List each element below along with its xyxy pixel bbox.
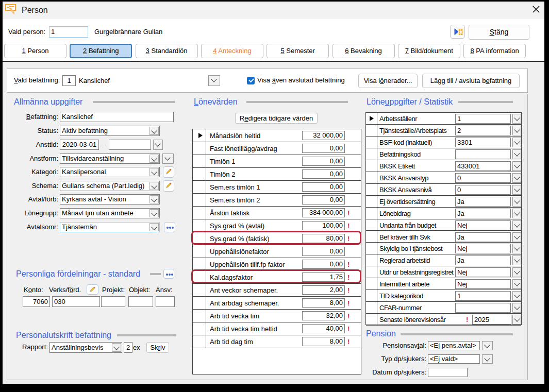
field-combo-7[interactable]: Månavl tjm utan ämbete xyxy=(60,208,160,218)
ansttid-to-input[interactable] xyxy=(109,140,151,150)
stats-row-value[interactable]: 0 xyxy=(455,173,511,183)
stats-row-value[interactable]: Nej xyxy=(455,279,511,289)
stats-row-dropdown[interactable] xyxy=(512,161,521,171)
salary-row-value[interactable]: 0,00 xyxy=(302,157,345,166)
dist-input-1[interactable]: 030 xyxy=(52,296,100,307)
run-report-button[interactable] xyxy=(450,25,465,39)
dist-input-3[interactable] xyxy=(128,296,153,307)
stats-row-dropdown[interactable] xyxy=(512,315,521,325)
personliga-dots-button[interactable] xyxy=(163,269,174,279)
stats-row-value[interactable]: 2025 xyxy=(472,315,511,325)
stats-row-dropdown[interactable] xyxy=(512,149,521,159)
pension-value-0[interactable]: <Ej pens.avtal> xyxy=(428,341,480,350)
befattning-number-input[interactable]: 1 xyxy=(62,75,76,86)
stats-row-value[interactable] xyxy=(455,303,511,313)
skriv-button[interactable]: Skriv xyxy=(146,342,169,353)
pencil-button-5[interactable] xyxy=(163,180,174,192)
field-combo-8[interactable]: Tjänstemän xyxy=(60,222,160,232)
stats-row-value[interactable]: Ja xyxy=(455,209,511,218)
stats-row-value[interactable]: Ja xyxy=(455,232,511,242)
stats-row-dropdown[interactable] xyxy=(512,197,521,207)
stats-row-dropdown[interactable] xyxy=(512,255,521,265)
copies-input[interactable]: 2 xyxy=(124,342,132,353)
lagg-till-button[interactable]: Lägg till / avsluta befattning xyxy=(422,74,520,88)
stats-row-dropdown[interactable] xyxy=(512,114,521,124)
stats-row-dropdown[interactable] xyxy=(512,185,521,195)
salary-row-value[interactable]: 8,00 xyxy=(302,298,345,308)
field-combo-4[interactable]: Kanslipersonal xyxy=(60,167,160,177)
avtalsomr-dots-button[interactable] xyxy=(164,222,175,232)
vald-person-input[interactable]: 1 xyxy=(49,26,88,38)
dist-input-4[interactable] xyxy=(156,296,175,307)
dist-input-0[interactable]: 7060 xyxy=(23,296,50,307)
salary-row-value[interactable]: 0,00 xyxy=(302,247,345,256)
stats-row-dropdown[interactable] xyxy=(512,173,521,183)
stats-row-value[interactable]: 1 xyxy=(455,114,511,124)
salary-row-value[interactable]: 384 000,00 xyxy=(302,208,345,217)
field-combo-1[interactable]: Aktiv befattning xyxy=(60,126,160,136)
stats-row-dropdown[interactable] xyxy=(512,291,521,301)
stats-row-dropdown[interactable] xyxy=(512,138,521,147)
tab-5[interactable]: 5 Semester xyxy=(267,44,329,58)
close-icon[interactable] xyxy=(529,3,543,16)
field-combo-5[interactable]: Gullans schema (Part.ledig) xyxy=(60,181,160,191)
salary-row-value[interactable]: 8,00 xyxy=(302,337,345,346)
tab-8[interactable]: 8 PA information xyxy=(463,44,526,58)
salary-row-value[interactable]: 40,00 xyxy=(302,324,345,333)
tab-4[interactable]: 4 Anteckning xyxy=(201,44,263,58)
stats-row-dropdown[interactable] xyxy=(512,267,521,277)
ansttid-from-input[interactable]: 2020-03-01 xyxy=(60,140,99,150)
stats-row-dropdown[interactable] xyxy=(512,244,521,253)
stats-row-value[interactable]: Nej xyxy=(455,220,511,230)
tab-7[interactable]: 7 Bild/dokument xyxy=(398,44,460,58)
stats-row-value[interactable]: 0 xyxy=(455,185,511,195)
pension-dropdown-1[interactable] xyxy=(482,354,493,364)
stats-row-dropdown[interactable] xyxy=(512,220,521,230)
salary-row-value[interactable]: 32,00 xyxy=(302,311,345,320)
stats-row-value[interactable]: 433001 xyxy=(455,161,511,171)
field-combo-3[interactable]: Tillsvidareanställning xyxy=(60,154,160,164)
pension-dropdown-0[interactable] xyxy=(482,341,493,350)
stats-row-dropdown[interactable] xyxy=(512,303,521,313)
pension-value-2[interactable] xyxy=(428,368,468,377)
stats-row-value[interactable]: 1 xyxy=(455,291,511,301)
dist-input-2[interactable] xyxy=(101,296,125,307)
anstform-extra-dropdown[interactable] xyxy=(162,154,174,164)
rapport-combo[interactable]: Anställningsbevis xyxy=(49,342,122,353)
stats-row-value[interactable]: Nej xyxy=(455,244,511,253)
stats-row-dropdown[interactable] xyxy=(512,232,521,242)
stats-row-value[interactable]: Ja xyxy=(455,197,511,207)
salary-row-value[interactable]: 32 000,00 xyxy=(302,131,345,140)
stats-row-value[interactable]: 2 xyxy=(455,126,511,135)
stats-row-value[interactable]: Ja xyxy=(455,255,511,265)
salary-row-value[interactable]: 0,00 xyxy=(302,182,345,192)
stats-row-dropdown[interactable] xyxy=(512,209,521,218)
close-window-button[interactable]: Stäng xyxy=(469,25,529,40)
stats-row-value[interactable]: 3301 xyxy=(455,138,511,147)
stats-row-label: TID kategorikod xyxy=(379,290,423,302)
visa-avslutad-checkbox[interactable] xyxy=(247,77,255,84)
salary-row-value[interactable]: 100,00 xyxy=(302,221,345,230)
redigera-button[interactable]: Redigera tidigare värden xyxy=(235,113,318,124)
stats-row-value[interactable]: Nej xyxy=(455,267,511,277)
tab-6[interactable]: 6 Bevakning xyxy=(332,44,395,58)
salary-row-value[interactable]: 0,00 xyxy=(302,169,345,179)
pencil-button-4[interactable] xyxy=(163,166,174,178)
tab-2[interactable]: 2 Befattning xyxy=(70,44,132,58)
befattning-input[interactable]: Kanslichef xyxy=(60,112,174,122)
visa-lonerader-button[interactable]: Visa lönerader... xyxy=(358,74,418,88)
befattning-dropdown-button[interactable] xyxy=(208,75,220,86)
ansttid-dropdown-button[interactable] xyxy=(153,140,163,150)
dist-pencil-button[interactable] xyxy=(87,284,98,295)
stats-row-value[interactable] xyxy=(455,149,511,159)
field-combo-6[interactable]: Kyrkans avtal - Vision xyxy=(60,194,160,204)
salary-row-value[interactable]: 2,00 xyxy=(302,285,345,295)
tab-3[interactable]: 3 Standardlön xyxy=(136,44,198,58)
pension-value-1[interactable]: <Ej vald> xyxy=(428,354,480,364)
salary-row-value[interactable]: 0,00 xyxy=(302,260,345,269)
salary-row-value[interactable]: 0,00 xyxy=(302,195,345,204)
tab-1[interactable]: 1 Person xyxy=(4,44,66,58)
stats-row-dropdown[interactable] xyxy=(512,126,521,135)
stats-row-dropdown[interactable] xyxy=(512,279,521,289)
salary-row-value[interactable]: 0,00 xyxy=(302,144,345,153)
